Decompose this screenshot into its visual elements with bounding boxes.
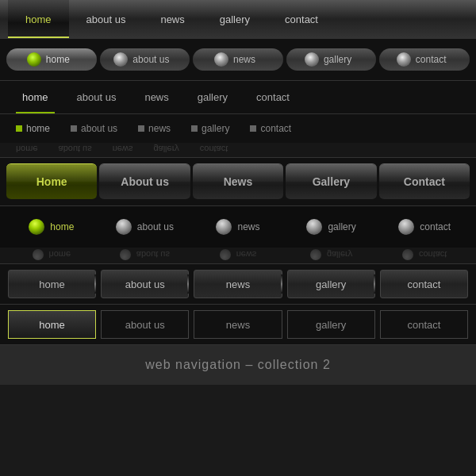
nav6-news-label: news [237, 221, 259, 232]
nav8-home-label: home [39, 319, 65, 331]
nav6-news[interactable]: news [193, 219, 283, 235]
nav7-home[interactable]: home [8, 270, 96, 298]
nav8-gallery[interactable]: gallery [287, 310, 375, 339]
nav5-contact[interactable]: Contact [379, 163, 470, 200]
sphere-sm-icon [220, 249, 231, 260]
sphere-icon [214, 52, 228, 67]
nav7-gallery-label: gallery [316, 278, 346, 290]
nav2-about[interactable]: about us [100, 48, 190, 71]
nav6-about[interactable]: about us [100, 219, 190, 235]
sphere-icon [305, 52, 319, 67]
nav7-about[interactable]: about us [101, 270, 189, 298]
nav3-contact[interactable]: contact [242, 81, 304, 113]
nav2-contact[interactable]: contact [379, 48, 470, 71]
nav6-reflection: home about us news gallery contact [0, 246, 476, 263]
sphere-icon [113, 52, 128, 67]
nav8-about[interactable]: about us [101, 310, 189, 339]
sphere-sm-icon [310, 249, 321, 260]
nav2-about-label: about us [132, 54, 169, 65]
nav-7: home about us news gallery contact [0, 264, 476, 304]
nav-2: home about us news gallery contact [0, 39, 476, 80]
nav4-news[interactable]: news [132, 123, 177, 134]
nav1-about[interactable]: about us [69, 0, 144, 38]
nav3-gallery[interactable]: gallery [183, 81, 242, 113]
reflect-item: gallery [286, 249, 377, 260]
reflect-item: news [193, 249, 283, 260]
bullet-icon [71, 125, 77, 132]
nav2-gallery[interactable]: gallery [286, 48, 377, 71]
nav7-divider [94, 274, 96, 294]
nav7-news[interactable]: news [194, 270, 282, 298]
nav2-news[interactable]: news [193, 48, 283, 71]
bullet-icon [250, 125, 256, 132]
nav4-contact[interactable]: contact [244, 123, 298, 134]
nav1-gallery[interactable]: gallery [202, 0, 267, 38]
nav8-contact-label: contact [407, 319, 440, 331]
nav7-divider [187, 274, 189, 294]
nav-5: Home About us News Gallery Contact [0, 158, 476, 205]
sphere-sm-icon [33, 249, 44, 260]
nav5-news[interactable]: News [193, 163, 283, 200]
nav3-news[interactable]: news [130, 81, 182, 113]
nav2-gallery-label: gallery [324, 54, 351, 65]
nav7-home-label: home [39, 278, 65, 290]
nav8-about-label: about us [125, 319, 165, 331]
reflect-item: about us [100, 249, 190, 260]
nav8-gallery-label: gallery [316, 319, 346, 331]
sphere-icon [306, 219, 322, 235]
nav-8: home about us news gallery contact [0, 305, 476, 344]
nav8-news-label: news [226, 319, 250, 331]
sphere-icon [398, 219, 414, 235]
reflect-item: home [6, 249, 97, 260]
nav3-about[interactable]: about us [63, 81, 131, 113]
nav6-contact-label: contact [420, 221, 451, 232]
nav8-home[interactable]: home [8, 310, 96, 339]
nav-1: home about us news gallery contact [0, 0, 476, 38]
nav5-gallery[interactable]: Gallery [286, 163, 376, 200]
nav8-contact[interactable]: contact [380, 310, 468, 339]
sphere-icon [397, 52, 411, 67]
nav-4: home about us news gallery contact [0, 114, 476, 143]
nav6-home[interactable]: home [6, 219, 97, 235]
nav2-home[interactable]: home [6, 48, 97, 71]
reflect-item: contact [379, 249, 470, 260]
nav1-news[interactable]: news [143, 0, 202, 38]
nav1-home[interactable]: home [8, 0, 69, 38]
sphere-icon [216, 219, 232, 235]
nav5-contact-label: Contact [404, 175, 445, 188]
sphere-sm-icon [402, 249, 413, 260]
nav-3: home about us news gallery contact [0, 81, 476, 114]
nav4-home[interactable]: home [10, 123, 56, 134]
nav5-about-label: About us [121, 175, 169, 188]
nav6-contact[interactable]: contact [379, 219, 470, 235]
nav2-news-label: news [233, 54, 255, 65]
nav2-contact-label: contact [416, 54, 447, 65]
nav7-about-label: about us [125, 278, 165, 290]
nav1-contact[interactable]: contact [267, 0, 336, 38]
nav5-news-label: News [224, 175, 253, 188]
nav4-gallery[interactable]: gallery [185, 123, 236, 134]
nav3-home[interactable]: home [8, 81, 63, 113]
nav7-contact-label: contact [407, 278, 440, 290]
nav5-home[interactable]: Home [6, 163, 97, 200]
nav6-home-label: home [50, 221, 74, 232]
footer: web navigation – collection 2 [0, 345, 476, 385]
sphere-icon [116, 219, 132, 235]
nav8-news[interactable]: news [194, 310, 282, 339]
nav7-divider [281, 274, 282, 294]
nav5-about[interactable]: About us [99, 163, 190, 200]
sphere-icon [29, 219, 44, 235]
nav7-gallery[interactable]: gallery [287, 270, 375, 298]
nav-6: home about us news gallery contact [0, 206, 476, 248]
nav6-gallery-label: gallery [328, 221, 355, 232]
nav6-gallery[interactable]: gallery [286, 219, 377, 235]
nav7-news-label: news [226, 278, 250, 290]
nav7-contact[interactable]: contact [380, 270, 468, 298]
sphere-icon [27, 52, 41, 67]
footer-text: web navigation – collection 2 [145, 358, 331, 372]
nav2-home-label: home [46, 54, 70, 65]
nav6-about-label: about us [137, 221, 174, 232]
bullet-icon [191, 125, 198, 132]
bullet-icon [16, 125, 22, 132]
nav4-about[interactable]: about us [64, 123, 124, 134]
